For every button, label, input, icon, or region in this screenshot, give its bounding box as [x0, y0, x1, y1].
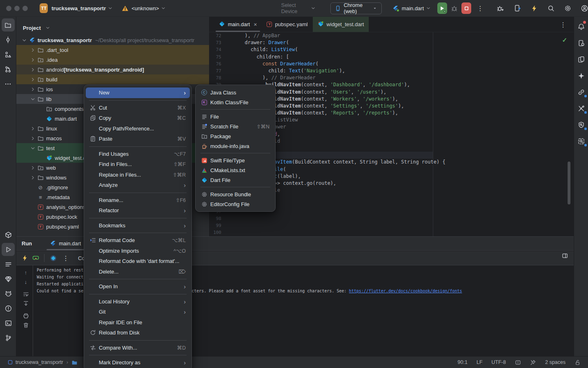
menu-item-compare-with[interactable]: Compare With...⌘D [84, 343, 192, 353]
code-line[interactable]: 74 child: ListView( [209, 46, 574, 53]
code-line[interactable]: 76 const DrawerHeader( [209, 61, 574, 67]
caret-position[interactable]: 90:1 [458, 359, 468, 365]
menu-item-new[interactable]: New› [86, 88, 190, 98]
chevron-down-icon[interactable] [29, 96, 36, 102]
code-line[interactable]: 72 ), // AppBar [209, 32, 574, 39]
code-line[interactable]: 100 [209, 229, 574, 236]
tree-item-.idea[interactable]: .idea [16, 55, 209, 65]
pull-requests-icon[interactable] [2, 63, 15, 76]
window-controls[interactable] [6, 6, 31, 11]
close-icon[interactable]: × [254, 21, 257, 28]
clear-icon[interactable] [20, 321, 32, 330]
menu-item-refactor[interactable]: Refactor› [84, 205, 192, 216]
menu-item-copy-path-reference[interactable]: Copy Path/Reference... [84, 123, 192, 134]
breadcrumb[interactable]: trucksewa_transportr › [8, 359, 78, 366]
menu-item-cmakelists-txt[interactable]: CMakeLists.txt [196, 165, 275, 175]
gemini-ai-icon[interactable] [575, 70, 587, 82]
flutter-tools-icon[interactable] [575, 102, 587, 114]
menu-item-reformat-code-with-dart-format[interactable]: Reformat Code with 'dart format'... [84, 256, 192, 267]
search-everywhere-icon[interactable] [548, 5, 555, 12]
version-control-icon[interactable] [2, 331, 15, 344]
more-tool-windows-icon[interactable] [2, 77, 15, 90]
menu-item-java-class[interactable]: CJava Class [196, 88, 275, 97]
menu-item-file[interactable]: File [196, 112, 275, 121]
device-selector[interactable]: Chrome (web) [330, 2, 382, 14]
editor-tab-widget_test.dart[interactable]: widget_test.dart [313, 17, 369, 32]
project-badge[interactable]: TT [40, 3, 48, 13]
menu-item-copy[interactable]: Copy⌘C [84, 113, 192, 123]
project-view-title[interactable]: Project [23, 25, 41, 31]
inspections-widget-icon[interactable] [515, 359, 521, 366]
print-icon[interactable] [20, 311, 32, 321]
menu-item-scratch-file[interactable]: Scratch File⇧⌘N [196, 121, 275, 131]
code-line[interactable]: 77 child: Text('Navigation'), [209, 67, 574, 74]
device-manager-icon[interactable] [575, 37, 587, 49]
menu-item-mark-directory-as[interactable]: Mark Directory as› [84, 357, 192, 368]
console-link[interactable]: https://flutter.dev/docs/cookbook/design… [349, 289, 462, 293]
chevron-down-icon[interactable] [20, 38, 28, 43]
softwrap-icon[interactable] [20, 289, 32, 299]
target-device-menu[interactable]: <unknown> [131, 5, 159, 11]
menu-item-editorconfig-file[interactable]: EditorConfig File [196, 199, 275, 209]
menu-item-swift-file-type[interactable]: Swift File/Type [196, 155, 275, 165]
menu-item-reformat-code[interactable]: Reformat Code⌥⌘L [84, 235, 192, 246]
chevron-right-icon[interactable] [29, 57, 36, 63]
flutter-coverage-icon[interactable] [575, 119, 587, 131]
code-line[interactable]: 73 drawer: Drawer( [209, 39, 574, 46]
run-button[interactable] [437, 2, 447, 14]
settings-gear-icon[interactable] [564, 5, 571, 12]
project-name-menu[interactable]: trucksewa_transportr [51, 5, 106, 11]
menu-item-rename[interactable]: Rename...⇧F6 [84, 195, 192, 206]
indent-setting[interactable]: 2 spaces [545, 359, 566, 365]
editor-scrollbar[interactable] [568, 162, 570, 204]
more-actions-kebab-icon[interactable]: ⋮ [477, 4, 483, 12]
terminal-icon[interactable] [2, 316, 15, 330]
tree-item-build[interactable]: build [16, 74, 209, 84]
menu-item-optimize-imports[interactable]: Optimize Imports^⌥O [84, 246, 192, 256]
close-window-icon[interactable] [6, 6, 11, 11]
menu-item-find-usages[interactable]: Find Usages⌥F7 [84, 149, 192, 159]
dart-devtools-icon[interactable] [48, 253, 58, 263]
run-icon[interactable] [2, 243, 15, 256]
flutter-attach-icon[interactable] [575, 86, 587, 98]
breadcrumb-project[interactable]: trucksewa_transportr [16, 359, 63, 365]
chevron-right-icon[interactable] [29, 67, 36, 72]
layout-settings-icon[interactable] [562, 253, 568, 260]
menu-item-analyze[interactable]: Analyze› [84, 180, 192, 191]
tree-item-android[interactable]: android [trucksewa_transportr_android] [16, 65, 209, 74]
menu-item-git[interactable]: Git› [84, 307, 192, 317]
attach-debugger-icon[interactable] [497, 4, 504, 12]
tab-options-kebab-icon[interactable]: ⋮ [560, 21, 566, 29]
minimize-window-icon[interactable] [14, 6, 20, 11]
stop-button[interactable] [461, 2, 471, 14]
chevron-right-icon[interactable] [29, 87, 36, 92]
structure-icon[interactable] [2, 48, 15, 61]
device-mirror-icon[interactable] [514, 4, 521, 12]
chevron-right-icon[interactable] [29, 175, 36, 180]
select-device-label[interactable]: Select Device [281, 2, 308, 14]
menu-item-resource-bundle[interactable]: Resource Bundle [196, 189, 275, 199]
running-devices-icon[interactable] [575, 53, 587, 65]
menu-item-replace-in-files[interactable]: Replace in Files...⇧⌘R [84, 170, 192, 180]
notifications-icon[interactable] [575, 20, 587, 33]
chevron-right-icon[interactable] [29, 136, 36, 141]
menu-item-find-in-files[interactable]: Find in Files...⇧⌘F [84, 159, 192, 170]
code-line[interactable]: 78 ), // DrawerHeader [209, 74, 574, 81]
menu-item-package[interactable]: Package [196, 131, 275, 141]
hot-reload-icon[interactable] [20, 253, 30, 263]
dependencies-icon[interactable] [2, 272, 15, 285]
menu-item-open-in[interactable]: Open In› [84, 281, 192, 292]
menu-item-reload-from-disk[interactable]: Reload from Disk [84, 328, 192, 338]
chevron-right-icon[interactable] [29, 126, 36, 131]
todo-icon[interactable] [2, 258, 15, 271]
menu-item-local-history[interactable]: Local History› [84, 296, 192, 307]
commit-icon[interactable] [2, 33, 15, 46]
menu-item-delete[interactable]: Delete...⌦ [84, 267, 192, 277]
tree-item-.dart_tool[interactable]: .dart_tool [16, 45, 209, 55]
logcat-icon[interactable] [2, 287, 15, 300]
flutter-inspector-icon[interactable] [575, 135, 587, 147]
account-avatar-icon[interactable] [581, 5, 588, 12]
hot-restart-icon[interactable] [30, 253, 41, 263]
unlock-icon[interactable] [575, 359, 581, 366]
menu-item-paste[interactable]: Paste⌘V [84, 134, 192, 144]
